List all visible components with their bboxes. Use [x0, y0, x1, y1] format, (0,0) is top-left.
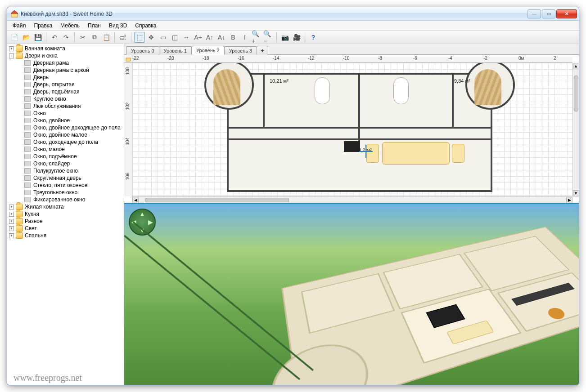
catalog-item[interactable]: Фиксированное окно — [24, 196, 124, 203]
photo-button[interactable]: 📷 — [279, 32, 290, 43]
bold-button[interactable]: B — [228, 32, 239, 43]
furniture-catalog[interactable]: +Ванная комната-Двери и окнаДверная рама… — [7, 44, 124, 385]
add-level-button[interactable]: + — [257, 46, 268, 55]
new-button[interactable]: 📄 — [9, 32, 20, 43]
ruler-vertical: 100102104106 — [124, 63, 132, 196]
help-button[interactable]: ? — [308, 32, 319, 43]
create-walls-button[interactable]: ▭ — [158, 32, 168, 43]
titlebar: Киевский дом.sh3d - Sweet Home 3D — ▭ ✕ — [7, 7, 579, 21]
font-minus-button[interactable]: A↓ — [216, 32, 227, 43]
menu-правка[interactable]: Правка — [31, 22, 56, 30]
add-furniture-button[interactable]: 🛋 — [117, 32, 128, 43]
copy-button[interactable]: ⧉ — [89, 32, 100, 43]
room-area-b: 9,84 м² — [454, 78, 470, 84]
furniture-thumb-icon — [24, 168, 31, 174]
3d-view[interactable]: ▲ ▼ ◀ ▶ — [124, 203, 579, 385]
catalog-item-label: Дверь — [33, 74, 49, 80]
catalog-item[interactable]: Дверь — [24, 74, 124, 81]
catalog-item[interactable]: Стекло, пяти оконное — [24, 182, 124, 189]
pan-button[interactable]: ✥ — [146, 32, 157, 43]
catalog-item[interactable]: Треугольное окно — [24, 189, 124, 196]
menu-вид 3d[interactable]: Вид 3D — [105, 22, 131, 30]
catalog-item[interactable]: Дверная рама с аркой — [24, 67, 124, 74]
plan-view[interactable]: -22-20-18-16-14-12-10-8-6-4-20м2 1001021… — [124, 55, 579, 203]
scrollbar-thumb[interactable] — [574, 76, 578, 111]
catalog-item[interactable]: Окно, малое — [24, 146, 124, 153]
catalog-group[interactable]: +Свет — [7, 225, 124, 232]
font-plus-button[interactable]: A↑ — [204, 32, 215, 43]
catalog-item[interactable]: Окно, доходящее до пола — [24, 138, 124, 146]
level-tab[interactable]: Уровень 0 — [126, 46, 159, 55]
menu-справка[interactable]: Справка — [131, 22, 160, 30]
plan-scrollbar-horizontal[interactable]: ◀ ▶ — [132, 196, 572, 203]
catalog-item-label: Стекло, пяти оконное — [33, 182, 87, 188]
plan-scrollbar-vertical[interactable]: ▲ ▼ — [572, 63, 579, 196]
expand-icon[interactable]: + — [9, 233, 14, 238]
catalog-item-label: Дверь, подъёмная — [33, 89, 80, 95]
save-button[interactable]: 💾 — [32, 32, 43, 43]
create-dimension-button[interactable]: ↔ — [181, 32, 192, 43]
catalog-group-label: Спальня — [25, 232, 46, 239]
catalog-group[interactable]: +Спальня — [7, 232, 124, 239]
catalog-item-label: Окно, двойное — [33, 117, 70, 124]
italic-button[interactable]: I — [239, 32, 250, 43]
catalog-item[interactable]: Окно, двойное малое — [24, 131, 124, 138]
catalog-group[interactable]: -Двери и окна — [7, 52, 124, 59]
catalog-item[interactable]: Дверь, подъёмная — [24, 88, 124, 95]
expand-icon[interactable]: + — [9, 212, 14, 217]
catalog-item[interactable]: Окно, слайдер — [24, 160, 124, 167]
catalog-item[interactable]: Круглое окно — [24, 95, 124, 102]
catalog-item[interactable]: Окно, двойное — [24, 117, 124, 124]
expand-icon[interactable]: + — [9, 226, 14, 231]
select-button[interactable]: ⬚ — [134, 32, 145, 43]
maximize-button[interactable]: ▭ — [542, 9, 555, 18]
catalog-group[interactable]: +Жилая комната — [7, 203, 124, 210]
redo-button[interactable]: ↷ — [61, 32, 72, 43]
level-tabs: Уровень 0Уровень 1Уровень 2Уровень 3+ — [124, 44, 579, 55]
furniture-thumb-icon — [24, 82, 31, 87]
furniture-thumb-icon — [24, 60, 31, 66]
catalog-item[interactable]: Люк обслуживания — [24, 102, 124, 110]
catalog-group[interactable]: +Кухня — [7, 210, 124, 218]
undo-button[interactable]: ↶ — [49, 32, 60, 43]
scrollbar-thumb[interactable] — [145, 198, 289, 202]
menu-мебель[interactable]: Мебель — [57, 22, 83, 30]
catalog-item[interactable]: Дверная рама — [24, 59, 124, 67]
floorplan: 10,21 м² 9,84 м² 120,2 м² — [200, 65, 515, 195]
level-tab[interactable]: Уровень 1 — [159, 46, 192, 55]
plan-grid[interactable]: 10,21 м² 9,84 м² 120,2 м² — [132, 63, 572, 196]
catalog-group[interactable]: +Разное — [7, 218, 124, 225]
catalog-item[interactable]: Окно — [24, 110, 124, 117]
catalog-item[interactable]: Окно, двойное доходящее до пола — [24, 124, 124, 131]
zoom-in-button[interactable]: 🔍+ — [251, 32, 262, 43]
cut-button[interactable]: ✂ — [77, 32, 88, 43]
expand-icon[interactable]: + — [9, 46, 14, 51]
level-tab[interactable]: Уровень 2 — [191, 46, 225, 55]
collapse-icon[interactable]: - — [9, 53, 14, 58]
furniture-thumb-icon — [24, 75, 31, 80]
app-window: Киевский дом.sh3d - Sweet Home 3D — ▭ ✕ … — [7, 7, 579, 385]
close-button[interactable]: ✕ — [556, 9, 577, 18]
toolbar-separator — [46, 32, 46, 42]
video-button[interactable]: 🎥 — [291, 32, 302, 43]
catalog-item[interactable]: Полукруглое окно — [24, 167, 124, 174]
create-text-button[interactable]: A+ — [193, 32, 203, 43]
catalog-group[interactable]: +Ванная комната — [7, 45, 124, 52]
menu-файл[interactable]: Файл — [9, 22, 30, 30]
catalog-item[interactable]: Окно, подъёмное — [24, 153, 124, 160]
expand-icon[interactable]: + — [9, 205, 14, 209]
furniture-thumb-icon — [24, 67, 31, 73]
menu-план[interactable]: План — [84, 22, 104, 30]
minimize-button[interactable]: — — [527, 9, 541, 18]
level-tab[interactable]: Уровень 3 — [224, 46, 257, 55]
open-button[interactable]: 📂 — [21, 32, 32, 43]
svg-line-5 — [133, 222, 313, 370]
expand-icon[interactable]: + — [9, 219, 14, 224]
ruler-mark: -12 — [308, 56, 314, 61]
create-room-button[interactable]: ◫ — [169, 32, 180, 43]
catalog-item[interactable]: Дверь, открытая — [24, 81, 124, 88]
zoom-out-button[interactable]: 🔍− — [263, 32, 274, 43]
paste-button[interactable]: 📋 — [101, 32, 112, 43]
catalog-item[interactable]: Скруглённая дверь — [24, 174, 124, 182]
furniture-thumb-icon — [24, 96, 31, 102]
